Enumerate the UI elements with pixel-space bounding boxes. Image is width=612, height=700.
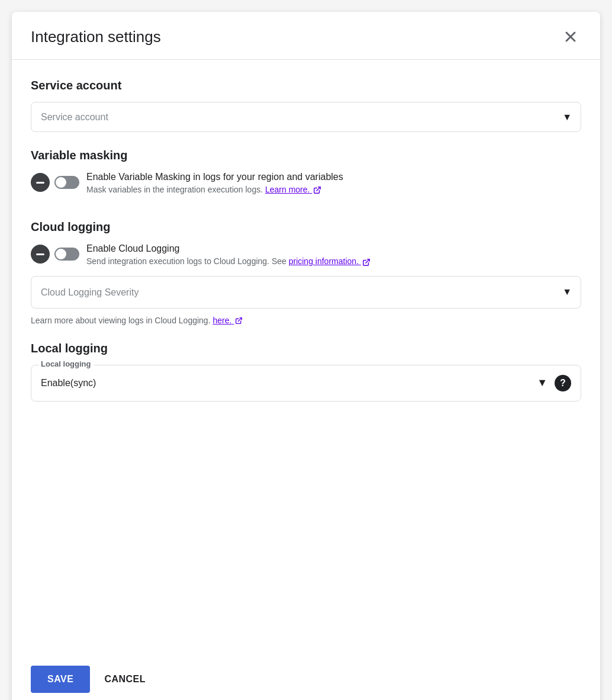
close-icon [562,28,579,45]
cloud-logging-content: Enable Cloud Logging Send integration ex… [86,243,581,266]
cloud-logging-title: Cloud logging [31,220,581,234]
local-logging-value: Enable(sync) [41,378,537,388]
variable-masking-title: Variable masking [31,149,581,162]
cloud-logging-desc-text: Send integration execution logs to Cloud… [86,256,286,266]
cloud-logging-section: Cloud logging Enable Cloud Logging Send … [31,220,581,325]
local-logging-arrow[interactable]: ▼ [537,377,547,389]
variable-masking-minus-icon [31,173,50,192]
cloud-logging-row: Enable Cloud Logging Send integration ex… [31,243,581,266]
close-button[interactable] [560,26,581,47]
severity-select-wrapper: Cloud Logging Severity ▼ [31,276,581,309]
local-logging-controls: ▼ ? [537,375,571,391]
local-logging-legend: Local logging [38,359,94,368]
cloud-logging-switch[interactable] [54,248,79,261]
cloud-logging-note: Learn more about viewing logs in Cloud L… [31,316,581,325]
svg-line-4 [239,318,242,322]
dialog-header: Integration settings [12,12,600,60]
dialog-footer: SAVE CANCEL [12,651,600,700]
variable-masking-ext-icon [313,186,321,194]
svg-line-3 [366,259,369,262]
variable-masking-content: Enable Variable Masking in logs for your… [86,172,581,194]
variable-masking-row: Enable Variable Masking in logs for your… [31,172,581,194]
svg-line-2 [317,187,320,191]
cloud-logging-desc: Send integration execution logs to Cloud… [86,256,581,266]
variable-masking-toggle-wrapper[interactable] [31,173,79,192]
local-logging-fieldset: Local logging Enable(sync) ▼ ? [31,365,581,402]
variable-masking-desc: Mask variables in the integration execut… [86,185,581,194]
cloud-logging-note-text: Learn more about viewing logs in Cloud L… [31,316,211,325]
local-logging-row: Enable(sync) ▼ ? [41,375,571,391]
local-logging-help-button[interactable]: ? [555,375,571,391]
local-logging-title: Local logging [31,342,581,355]
cloud-logging-minus-icon [31,245,50,264]
variable-masking-section: Variable masking Enable Variable Masking… [31,149,581,199]
cancel-button[interactable]: CANCEL [99,666,150,693]
variable-masking-switch[interactable] [54,176,79,189]
variable-masking-desc-text: Mask variables in the integration execut… [86,185,263,194]
dialog-body: Service account Service account ▼ Variab… [12,60,600,651]
integration-settings-dialog: Integration settings Service account Ser… [12,12,600,700]
cloud-logging-ext-icon [362,258,371,266]
cloud-logging-here-ext-icon [235,317,243,325]
cloud-logging-toggle-wrapper[interactable] [31,245,79,264]
variable-masking-label: Enable Variable Masking in logs for your… [86,172,581,182]
cloud-logging-here-link[interactable]: here. [212,316,243,325]
variable-masking-learn-more-link[interactable]: Learn more. [265,185,321,194]
cloud-logging-pricing-link[interactable]: pricing information. [289,256,371,266]
severity-select[interactable]: Cloud Logging Severity [31,276,581,309]
save-button[interactable]: SAVE [31,666,90,693]
cloud-logging-label: Enable Cloud Logging [86,243,581,254]
local-logging-section: Local logging Local logging Enable(sync)… [31,342,581,402]
dialog-title: Integration settings [31,28,161,46]
service-account-title: Service account [31,79,581,92]
service-account-section: Service account Service account ▼ [31,79,581,132]
service-account-select[interactable]: Service account [31,102,581,132]
service-account-select-wrapper: Service account ▼ [31,102,581,132]
